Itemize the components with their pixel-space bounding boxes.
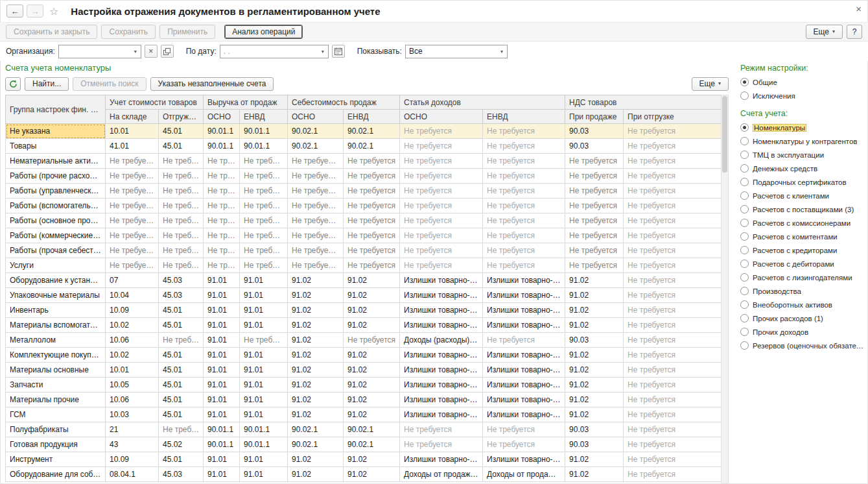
account-cell[interactable]: 91.02 [288, 393, 344, 407]
account-type-radio-option[interactable]: Номенклатуры у контрагентов [740, 134, 866, 148]
account-cell[interactable]: Не требуется [159, 243, 204, 258]
column-group-header[interactable]: НДС товаров [565, 95, 721, 110]
account-cell[interactable]: Не требуется [624, 139, 721, 154]
table-row[interactable]: Материалы прочие10.0645.0191.0191.0191.0… [6, 393, 721, 407]
table-row[interactable]: Работы (прочая себестои...Не требуетсяНе… [6, 243, 721, 258]
account-type-radio-option[interactable]: Расчетов с лизингодателями [740, 271, 866, 284]
account-cell[interactable]: 91.02 [565, 303, 624, 318]
account-cell[interactable]: 91.02 [565, 348, 624, 363]
account-cell[interactable]: Не требуется [288, 199, 344, 213]
account-cell[interactable]: Не требуется [240, 184, 288, 199]
account-cell[interactable]: Не требуется [204, 228, 240, 243]
account-cell[interactable]: 45.01 [159, 318, 204, 333]
account-cell[interactable]: 41.01 [106, 139, 159, 154]
column-header[interactable]: Отгруженных [159, 110, 204, 124]
column-header[interactable]: При продаже [565, 110, 624, 124]
account-cell[interactable]: 91.01 [240, 393, 288, 407]
account-cell[interactable]: 91.01 [204, 378, 240, 393]
open-organization-button[interactable] [161, 45, 174, 58]
account-cell[interactable]: Не требуется [483, 124, 565, 139]
account-cell[interactable]: 91.01 [204, 348, 240, 363]
account-cell[interactable]: 45.01 [159, 393, 204, 407]
account-cell[interactable]: Не требуется [344, 169, 400, 184]
column-group-header[interactable]: Учет стоимости товаров [106, 95, 204, 110]
account-cell[interactable]: Не требуется [159, 333, 204, 348]
table-row[interactable]: Материалы основные10.0145.0191.0191.0191… [6, 363, 721, 378]
account-cell[interactable]: 91.01 [204, 333, 240, 348]
finance-group-cell[interactable]: Работы (управленческие р... [6, 184, 106, 199]
account-cell[interactable]: Не требуется [483, 228, 565, 243]
account-cell[interactable]: 91.02 [288, 318, 344, 333]
account-cell[interactable]: Не требуется [159, 258, 204, 273]
column-header[interactable]: ЕНВД [483, 110, 565, 124]
account-cell[interactable]: Излишки товарно-мате... [483, 288, 565, 303]
account-cell[interactable]: Излишки товарно-мате... [483, 318, 565, 333]
column-header[interactable]: ОСНО [204, 110, 240, 124]
account-type-radio-option[interactable]: Денежных средств [740, 162, 866, 175]
account-cell[interactable]: 91.02 [288, 363, 344, 378]
account-cell[interactable]: Не требуется [565, 184, 624, 199]
account-type-radio-option[interactable]: Подарочных сертификатов [740, 175, 866, 189]
account-cell[interactable]: Не требуется [204, 258, 240, 273]
account-cell[interactable]: Не требуется [106, 199, 159, 213]
apply-button[interactable]: Применить [159, 25, 215, 39]
account-cell[interactable]: 10.01 [106, 363, 159, 378]
account-cell[interactable]: 91.02 [288, 348, 344, 363]
table-row[interactable]: УслугиНе требуетсяНе требуетсяНе требует… [6, 258, 721, 273]
account-cell[interactable]: 91.01 [204, 452, 240, 467]
column-header[interactable]: Группа настроек фин. учета [6, 95, 106, 124]
table-row[interactable]: Готовая продукция4345.0290.01.190.01.190… [6, 437, 721, 452]
account-cell[interactable]: Не требуется [400, 228, 483, 243]
account-cell[interactable]: Не требуется [624, 288, 721, 303]
table-row[interactable]: Материалы вспомогательн...10.0245.0191.0… [6, 318, 721, 333]
account-cell[interactable]: 91.01 [204, 363, 240, 378]
column-header[interactable]: ЕНВД [344, 110, 400, 124]
account-cell[interactable]: Не требуется [159, 184, 204, 199]
account-cell[interactable]: Не требуется [624, 407, 721, 422]
column-group-header[interactable]: Статья доходов [400, 95, 565, 110]
account-cell[interactable]: Не требуется [624, 393, 721, 407]
account-cell[interactable]: 45.01 [159, 348, 204, 363]
account-cell[interactable]: Не требуется [106, 243, 159, 258]
account-cell[interactable]: 91.01 [204, 288, 240, 303]
table-row[interactable]: Работы (вспомогательное ...Не требуетсяН… [6, 199, 721, 213]
account-cell[interactable]: Не требуется [483, 243, 565, 258]
chevron-down-icon[interactable]: ▾ [497, 45, 507, 58]
account-cell[interactable]: 45.03 [159, 273, 204, 288]
account-cell[interactable]: Излишки товарно-мате... [400, 303, 483, 318]
finance-group-cell[interactable]: Оборудование для собств... [6, 467, 106, 482]
account-cell[interactable]: 10.03 [106, 407, 159, 422]
account-cell[interactable]: Не требуется [483, 333, 565, 348]
account-cell[interactable]: 91.02 [288, 467, 344, 482]
account-cell[interactable]: Не требуется [344, 213, 400, 228]
account-cell[interactable]: Не требуется [204, 184, 240, 199]
account-cell[interactable]: Излишки товарно-мате... [483, 378, 565, 393]
forward-button[interactable]: → [27, 5, 43, 18]
column-group-header[interactable]: Выручка от продаж [204, 95, 288, 110]
account-cell[interactable]: Доходы (расходы), св... [400, 333, 483, 348]
account-cell[interactable]: 45.03 [159, 288, 204, 303]
account-cell[interactable]: Доходы от продажи (в... [483, 467, 565, 482]
account-cell[interactable]: Не требуется [624, 124, 721, 139]
account-cell[interactable]: Не требуется [240, 154, 288, 169]
account-cell[interactable]: Излишки товарно-мате... [483, 273, 565, 288]
account-cell[interactable]: Не требуется [624, 273, 721, 288]
account-cell[interactable]: Излишки товарно-мате... [400, 452, 483, 467]
account-cell[interactable]: Излишки товарно-мате... [400, 363, 483, 378]
save-button[interactable]: Сохранить [101, 25, 156, 39]
account-cell[interactable]: Не требуется [400, 169, 483, 184]
account-cell[interactable]: Излишки товарно-мате... [400, 273, 483, 288]
account-cell[interactable]: Не требуется [106, 228, 159, 243]
account-type-radio-option[interactable]: Расчетов с комитентами [740, 230, 866, 243]
account-cell[interactable]: Не требуется [624, 213, 721, 228]
mode-radio-option[interactable]: Исключения [740, 89, 866, 103]
finance-group-cell[interactable]: Готовая продукция [6, 437, 106, 452]
account-cell[interactable]: Не требуется [204, 169, 240, 184]
account-cell[interactable]: Не требуется [344, 333, 400, 348]
account-cell[interactable]: Не требуется [288, 258, 344, 273]
account-cell[interactable]: 90.02.1 [288, 139, 344, 154]
finance-group-cell[interactable]: Работы (прочие расходы) [6, 169, 106, 184]
account-type-radio-option[interactable]: Прочих расходов (1) [740, 311, 866, 325]
finance-group-cell[interactable]: Материалы вспомогательн... [6, 318, 106, 333]
account-cell[interactable]: 91.01 [240, 348, 288, 363]
